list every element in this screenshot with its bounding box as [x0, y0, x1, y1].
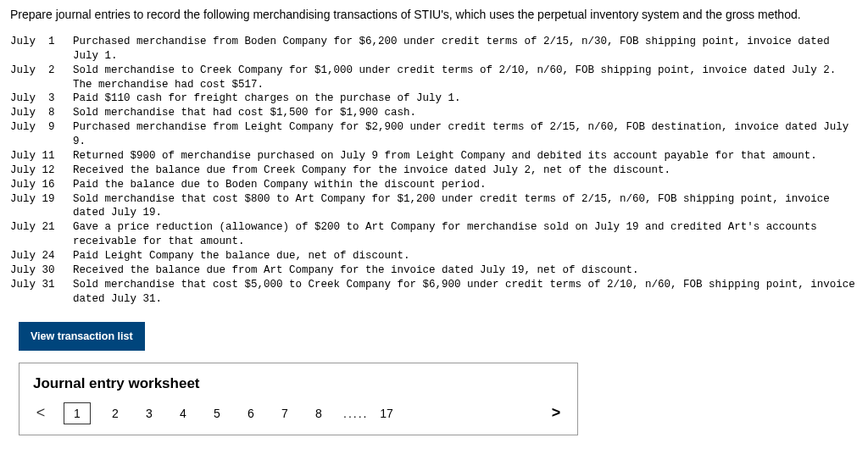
transaction-text: Purchased merchandise from Boden Company…: [73, 35, 858, 64]
pager-page[interactable]: 2: [106, 407, 125, 420]
pager-page[interactable]: 7: [275, 407, 294, 420]
transaction-text: Sold merchandise to Creek Company for $1…: [73, 64, 858, 92]
transaction-row: July 16Paid the balance due to Boden Com…: [10, 178, 858, 192]
transaction-text: Paid Leight Company the balance due, net…: [73, 249, 858, 263]
worksheet-title: Journal entry worksheet: [33, 375, 564, 392]
transaction-row: July 19Sold merchandise that cost $800 t…: [10, 192, 858, 221]
transaction-row: July 11Returned $900 of merchandise purc…: [10, 149, 858, 163]
pager-last-page[interactable]: 17: [377, 407, 396, 420]
transaction-row: July 8Sold merchandise that had cost $1,…: [10, 106, 858, 120]
transaction-date: July 2: [10, 64, 73, 78]
transaction-date: July 12: [10, 163, 73, 178]
transaction-row: July 3Paid $110 cash for freight charges…: [10, 91, 858, 106]
transaction-text: Sold merchandise that cost $800 to Art C…: [73, 192, 858, 221]
view-transaction-list-button[interactable]: View transaction list: [19, 322, 145, 351]
worksheet-pager: < 1 2 3 4 5 6 7 8 ..... 17 >: [33, 402, 564, 424]
transaction-date: July 30: [10, 263, 73, 278]
pager-page[interactable]: 3: [140, 407, 159, 420]
transaction-text: Gave a price reduction (allowance) of $2…: [73, 220, 858, 249]
transaction-text: Received the balance due from Art Compan…: [73, 263, 858, 278]
transactions-list: July 1Purchased merchandise from Boden C…: [10, 35, 858, 307]
transaction-row: July 1Purchased merchandise from Boden C…: [10, 35, 858, 64]
transaction-text: Sold merchandise that had cost $1,500 fo…: [73, 106, 858, 120]
pager-page[interactable]: 8: [309, 407, 328, 420]
transaction-date: July 9: [10, 120, 73, 135]
transaction-date: July 21: [10, 220, 73, 235]
transaction-date: July 16: [10, 178, 73, 192]
transaction-date: July 11: [10, 149, 73, 163]
transaction-row: July 31Sold merchandise that cost $5,000…: [10, 278, 858, 307]
transaction-text: Purchased merchandise from Leight Compan…: [73, 120, 858, 149]
transaction-date: July 8: [10, 106, 73, 120]
pager-page[interactable]: 4: [174, 407, 192, 420]
transaction-text: Sold merchandise that cost $5,000 to Cre…: [73, 278, 858, 307]
transaction-row: July 2Sold merchandise to Creek Company …: [10, 64, 858, 92]
transaction-date: July 1: [10, 35, 73, 49]
transaction-date: July 19: [10, 192, 73, 207]
transaction-date: July 3: [10, 91, 73, 106]
transaction-row: July 21Gave a price reduction (allowance…: [10, 220, 858, 249]
transaction-date: July 24: [10, 249, 73, 263]
transaction-text: Paid $110 cash for freight charges on th…: [73, 91, 858, 106]
problem-intro: Prepare journal entries to record the fo…: [10, 7, 858, 23]
transaction-text: Returned $900 of merchandise purchased o…: [73, 149, 858, 163]
transaction-row: July 9Purchased merchandise from Leight …: [10, 120, 858, 149]
chevron-right-icon[interactable]: >: [548, 404, 564, 422]
pager-page-current[interactable]: 1: [64, 402, 91, 424]
journal-entry-worksheet-panel: Journal entry worksheet < 1 2 3 4 5 6 7 …: [19, 363, 578, 435]
chevron-left-icon[interactable]: <: [33, 404, 48, 422]
transaction-text: Received the balance due from Creek Comp…: [73, 163, 858, 178]
pager-page[interactable]: 5: [208, 407, 226, 420]
transaction-row: July 12Received the balance due from Cre…: [10, 163, 858, 178]
transaction-row: July 30Received the balance due from Art…: [10, 263, 858, 278]
transaction-date: July 31: [10, 278, 73, 292]
pager-page[interactable]: 6: [242, 407, 260, 420]
transaction-row: July 24Paid Leight Company the balance d…: [10, 249, 858, 263]
pager-ellipsis: .....: [343, 407, 362, 420]
transaction-text: Paid the balance due to Boden Company wi…: [73, 178, 858, 192]
